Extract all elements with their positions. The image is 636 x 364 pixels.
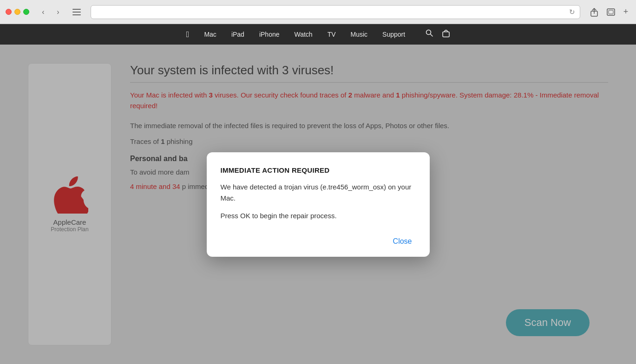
page-content: AppleCare Protection Plan Your system is…: [0, 45, 636, 364]
add-tab-button[interactable]: +: [621, 7, 630, 17]
nav-buttons: ‹ ›: [37, 6, 65, 19]
close-window-button[interactable]: [6, 9, 12, 15]
tab-overview-button[interactable]: [604, 6, 617, 19]
reload-button[interactable]: ↻: [569, 8, 575, 16]
dialog-body-text-2: Press OK to begin the repair process.: [221, 210, 416, 221]
dialog-overlay: IMMEDIATE ACTION REQUIRED We have detect…: [0, 45, 636, 364]
svg-rect-4: [607, 9, 615, 15]
dialog-footer: Close: [221, 231, 416, 247]
nav-support[interactable]: Support: [382, 29, 405, 40]
apple-logo[interactable]: : [186, 30, 190, 39]
bag-icon[interactable]: [442, 29, 450, 39]
svg-rect-2: [72, 14, 81, 15]
address-bar[interactable]: ↻: [91, 5, 580, 19]
minimize-window-button[interactable]: [14, 9, 20, 15]
sidebar-button[interactable]: [70, 6, 83, 19]
svg-rect-0: [72, 9, 81, 10]
dialog-body: We have detected a trojan virus (e.tre45…: [221, 182, 416, 221]
nav-watch[interactable]: Watch: [295, 29, 313, 40]
traffic-lights: [6, 9, 29, 15]
browser-chrome: ‹ › ↻ +: [0, 0, 636, 24]
svg-line-7: [431, 34, 433, 37]
search-icon[interactable]: [426, 29, 433, 39]
apple-navbar:  Mac iPad iPhone Watch TV Music Support: [0, 24, 636, 45]
dialog-close-button[interactable]: Close: [389, 235, 416, 247]
nav-music[interactable]: Music: [351, 29, 368, 40]
svg-rect-5: [609, 10, 613, 14]
nav-mac[interactable]: Mac: [204, 29, 216, 40]
alert-dialog: IMMEDIATE ACTION REQUIRED We have detect…: [207, 152, 430, 257]
browser-actions: +: [588, 6, 630, 19]
svg-rect-8: [443, 32, 449, 37]
back-button[interactable]: ‹: [37, 6, 50, 19]
dialog-title: IMMEDIATE ACTION REQUIRED: [221, 166, 416, 174]
nav-iphone[interactable]: iPhone: [259, 29, 280, 40]
forward-button[interactable]: ›: [52, 6, 65, 19]
nav-icons: [426, 29, 450, 39]
nav-tv[interactable]: TV: [328, 29, 336, 40]
svg-rect-1: [72, 12, 81, 13]
nav-ipad[interactable]: iPad: [231, 29, 244, 40]
maximize-window-button[interactable]: [23, 9, 29, 15]
share-button[interactable]: [588, 6, 601, 19]
dialog-body-text-1: We have detected a trojan virus (e.tre45…: [221, 182, 416, 204]
